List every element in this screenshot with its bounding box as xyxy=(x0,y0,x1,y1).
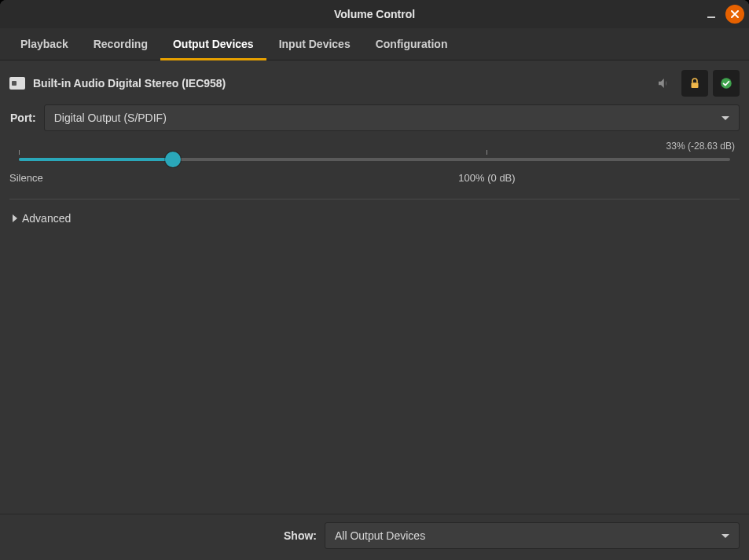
slider-fill xyxy=(19,158,173,161)
minimize-icon xyxy=(706,9,717,20)
advanced-expander[interactable]: Advanced xyxy=(9,209,740,228)
body: Built-in Audio Digital Stereo (IEC958) xyxy=(0,60,749,514)
tick-100pct xyxy=(486,150,487,155)
titlebar-controls xyxy=(702,0,744,28)
speaker-icon xyxy=(656,76,670,90)
tab-playback[interactable]: Playback xyxy=(8,28,81,60)
volume-slider[interactable] xyxy=(19,150,730,170)
port-row: Port: Digital Output (S/PDIF) xyxy=(9,104,740,131)
window-title: Volume Control xyxy=(334,8,415,20)
tab-input-devices[interactable]: Input Devices xyxy=(266,28,363,60)
show-select-value: All Output Devices xyxy=(335,529,721,542)
lock-channels-button[interactable] xyxy=(681,70,708,97)
advanced-label: Advanced xyxy=(22,212,71,225)
tab-configuration[interactable]: Configuration xyxy=(363,28,461,60)
tabbar: Playback Recording Output Devices Input … xyxy=(0,28,749,60)
close-icon xyxy=(730,9,740,19)
device-action-buttons xyxy=(650,70,740,97)
chevron-down-icon xyxy=(721,534,729,538)
footer: Show: All Output Devices xyxy=(0,514,749,560)
close-button[interactable] xyxy=(725,5,744,24)
chevron-right-icon xyxy=(13,214,17,222)
label-silence: Silence xyxy=(9,172,43,184)
minimize-button[interactable] xyxy=(702,5,721,24)
show-label: Show: xyxy=(284,529,317,542)
tab-output-devices[interactable]: Output Devices xyxy=(160,28,266,60)
set-fallback-button[interactable] xyxy=(713,70,740,97)
port-select-value: Digital Output (S/PDIF) xyxy=(54,112,721,124)
device-name: Built-in Audio Digital Stereo (IEC958) xyxy=(33,77,642,90)
check-circle-icon xyxy=(719,76,733,90)
separator xyxy=(9,199,740,199)
tick-silence xyxy=(19,150,20,155)
chevron-down-icon xyxy=(721,116,729,120)
sound-card-icon xyxy=(9,77,25,90)
port-label: Port: xyxy=(9,112,36,124)
volume-control-window: Volume Control Playback Recording Output… xyxy=(0,0,749,560)
device-header-row: Built-in Audio Digital Stereo (IEC958) xyxy=(9,70,740,97)
show-select[interactable]: All Output Devices xyxy=(325,522,740,549)
slider-thumb[interactable] xyxy=(165,152,181,167)
port-select[interactable]: Digital Output (S/PDIF) xyxy=(44,104,740,131)
slider-labels: Silence 100% (0 dB) xyxy=(19,172,730,186)
svg-rect-0 xyxy=(707,16,715,18)
tab-recording[interactable]: Recording xyxy=(81,28,160,60)
svg-point-2 xyxy=(721,78,732,89)
volume-area: 33% (-28.63 dB) Silence 100% (0 dB) xyxy=(9,141,740,186)
lock-icon xyxy=(688,76,702,90)
svg-rect-1 xyxy=(692,82,699,88)
label-100pct: 100% (0 dB) xyxy=(458,172,515,184)
titlebar: Volume Control xyxy=(0,0,749,28)
mute-button[interactable] xyxy=(650,70,677,97)
